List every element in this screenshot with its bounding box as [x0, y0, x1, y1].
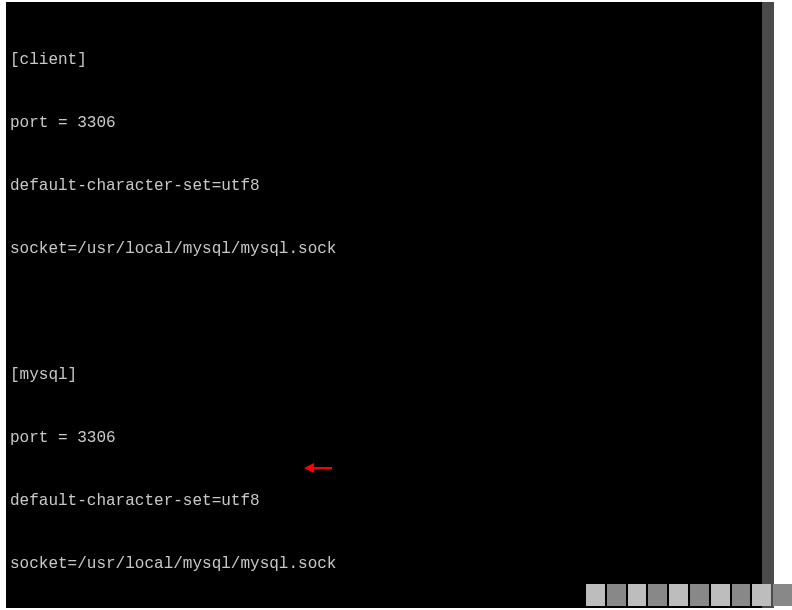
config-line — [10, 302, 758, 323]
config-line: socket=/usr/local/mysql/mysql.sock — [10, 554, 758, 575]
terminal-editor[interactable]: [client] port = 3306 default-character-s… — [6, 2, 762, 608]
mosaic-overlay — [586, 584, 792, 606]
config-line: port = 3306 — [10, 113, 758, 134]
config-line: [client] — [10, 50, 758, 71]
config-line: port = 3306 — [10, 428, 758, 449]
config-line: [mysql] — [10, 365, 758, 386]
config-line: default-character-set=utf8 — [10, 176, 758, 197]
scrollbar[interactable] — [762, 2, 774, 608]
config-line: socket=/usr/local/mysql/mysql.sock — [10, 239, 758, 260]
config-line: default-character-set=utf8 — [10, 491, 758, 512]
